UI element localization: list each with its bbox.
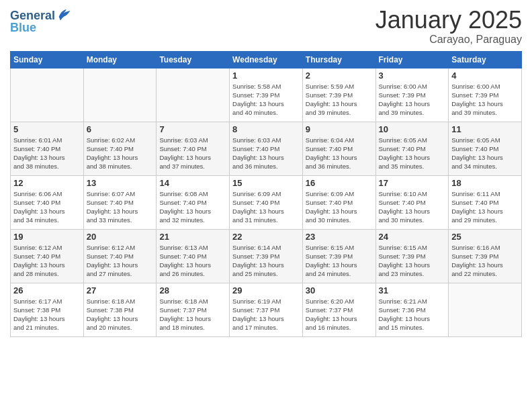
day-info: Sunrise: 6:12 AM Sunset: 7:40 PM Dayligh… [13,243,81,279]
day-info: Sunrise: 6:05 AM Sunset: 7:40 PM Dayligh… [379,136,446,171]
day-info: Sunrise: 6:00 AM Sunset: 7:39 PM Dayligh… [451,82,519,118]
day-number: 6 [87,124,154,134]
calendar-cell: 26Sunrise: 6:17 AM Sunset: 7:38 PM Dayli… [11,283,84,336]
calendar-cell: 18Sunrise: 6:11 AM Sunset: 7:40 PM Dayli… [449,175,522,229]
day-number: 3 [379,71,446,81]
day-info: Sunrise: 6:15 AM Sunset: 7:39 PM Dayligh… [306,243,373,279]
column-header-thursday: Thursday [302,51,375,68]
day-number: 26 [13,285,81,295]
calendar-cell: 24Sunrise: 6:15 AM Sunset: 7:39 PM Dayli… [375,229,449,283]
logo-bird-icon [56,7,71,21]
calendar-cell [83,68,157,122]
day-info: Sunrise: 6:09 AM Sunset: 7:40 PM Dayligh… [232,189,300,225]
week-row-1: 1Sunrise: 5:58 AM Sunset: 7:39 PM Daylig… [11,68,522,122]
calendar-cell [157,68,230,122]
calendar-page: General Blue January 2025 Carayao, Parag… [0,0,532,411]
calendar-cell: 3Sunrise: 6:00 AM Sunset: 7:39 PM Daylig… [375,68,449,122]
day-number: 21 [159,232,226,242]
logo-text-general: General [10,9,55,21]
day-number: 10 [379,124,446,134]
calendar-cell: 29Sunrise: 6:19 AM Sunset: 7:37 PM Dayli… [230,283,303,336]
column-header-wednesday: Wednesday [230,51,303,68]
day-info: Sunrise: 5:59 AM Sunset: 7:39 PM Dayligh… [306,82,373,118]
calendar-cell: 9Sunrise: 6:04 AM Sunset: 7:40 PM Daylig… [302,122,375,175]
day-number: 20 [87,232,154,242]
calendar-cell: 27Sunrise: 6:18 AM Sunset: 7:38 PM Dayli… [83,283,157,336]
day-info: Sunrise: 6:02 AM Sunset: 7:40 PM Dayligh… [87,136,154,171]
day-info: Sunrise: 6:11 AM Sunset: 7:40 PM Dayligh… [451,189,519,225]
location-subtitle: Carayao, Paraguay [375,34,522,46]
week-row-4: 19Sunrise: 6:12 AM Sunset: 7:40 PM Dayli… [11,229,522,283]
day-number: 22 [232,232,300,242]
day-info: Sunrise: 6:05 AM Sunset: 7:40 PM Dayligh… [451,136,519,171]
calendar-cell: 28Sunrise: 6:18 AM Sunset: 7:37 PM Dayli… [157,283,230,336]
day-info: Sunrise: 5:58 AM Sunset: 7:39 PM Dayligh… [232,82,300,118]
day-number: 4 [451,71,519,81]
calendar-cell: 17Sunrise: 6:10 AM Sunset: 7:40 PM Dayli… [375,175,449,229]
calendar-cell: 25Sunrise: 6:16 AM Sunset: 7:39 PM Dayli… [449,229,522,283]
day-info: Sunrise: 6:03 AM Sunset: 7:40 PM Dayligh… [232,136,300,171]
calendar-cell: 11Sunrise: 6:05 AM Sunset: 7:40 PM Dayli… [449,122,522,175]
calendar-cell: 20Sunrise: 6:12 AM Sunset: 7:40 PM Dayli… [83,229,157,283]
week-row-3: 12Sunrise: 6:06 AM Sunset: 7:40 PM Dayli… [11,175,522,229]
day-number: 24 [379,232,446,242]
day-number: 31 [379,285,446,295]
day-info: Sunrise: 6:20 AM Sunset: 7:37 PM Dayligh… [306,297,373,332]
day-number: 25 [451,232,519,242]
calendar-cell: 21Sunrise: 6:13 AM Sunset: 7:40 PM Dayli… [157,229,230,283]
day-number: 7 [159,124,226,134]
calendar-cell: 13Sunrise: 6:07 AM Sunset: 7:40 PM Dayli… [83,175,157,229]
day-number: 5 [13,124,81,134]
column-header-saturday: Saturday [449,51,522,68]
day-info: Sunrise: 6:08 AM Sunset: 7:40 PM Dayligh… [159,189,226,225]
calendar-cell: 7Sunrise: 6:03 AM Sunset: 7:40 PM Daylig… [157,122,230,175]
day-info: Sunrise: 6:00 AM Sunset: 7:39 PM Dayligh… [379,82,446,118]
calendar-cell: 2Sunrise: 5:59 AM Sunset: 7:39 PM Daylig… [302,68,375,122]
column-header-tuesday: Tuesday [157,51,230,68]
day-number: 18 [451,178,519,188]
day-number: 29 [232,285,300,295]
day-number: 19 [13,232,81,242]
week-row-5: 26Sunrise: 6:17 AM Sunset: 7:38 PM Dayli… [11,283,522,336]
day-info: Sunrise: 6:14 AM Sunset: 7:39 PM Dayligh… [232,243,300,279]
day-number: 1 [232,71,300,81]
calendar-cell: 19Sunrise: 6:12 AM Sunset: 7:40 PM Dayli… [11,229,84,283]
day-number: 2 [306,71,373,81]
day-number: 17 [379,178,446,188]
day-number: 16 [306,178,373,188]
day-info: Sunrise: 6:10 AM Sunset: 7:40 PM Dayligh… [379,189,446,225]
day-info: Sunrise: 6:09 AM Sunset: 7:40 PM Dayligh… [306,189,373,225]
day-number: 15 [232,178,300,188]
day-number: 27 [87,285,154,295]
day-info: Sunrise: 6:21 AM Sunset: 7:36 PM Dayligh… [379,297,446,332]
column-header-friday: Friday [375,51,449,68]
day-number: 8 [232,124,300,134]
calendar-cell: 12Sunrise: 6:06 AM Sunset: 7:40 PM Dayli… [11,175,84,229]
day-number: 13 [87,178,154,188]
calendar-cell: 14Sunrise: 6:08 AM Sunset: 7:40 PM Dayli… [157,175,230,229]
month-title: January 2025 [375,7,522,34]
day-info: Sunrise: 6:17 AM Sunset: 7:38 PM Dayligh… [13,297,81,332]
calendar-cell: 1Sunrise: 5:58 AM Sunset: 7:39 PM Daylig… [230,68,303,122]
calendar-table: SundayMondayTuesdayWednesdayThursdayFrid… [10,51,522,337]
day-number: 11 [451,124,519,134]
calendar-cell [449,283,522,336]
day-info: Sunrise: 6:13 AM Sunset: 7:40 PM Dayligh… [159,243,226,279]
day-info: Sunrise: 6:01 AM Sunset: 7:40 PM Dayligh… [13,136,81,171]
header-row: SundayMondayTuesdayWednesdayThursdayFrid… [11,51,522,68]
day-info: Sunrise: 6:18 AM Sunset: 7:38 PM Dayligh… [87,297,154,332]
day-info: Sunrise: 6:18 AM Sunset: 7:37 PM Dayligh… [159,297,226,332]
day-info: Sunrise: 6:12 AM Sunset: 7:40 PM Dayligh… [87,243,154,279]
week-row-2: 5Sunrise: 6:01 AM Sunset: 7:40 PM Daylig… [11,122,522,175]
day-info: Sunrise: 6:15 AM Sunset: 7:39 PM Dayligh… [379,243,446,279]
day-number: 23 [306,232,373,242]
calendar-cell: 6Sunrise: 6:02 AM Sunset: 7:40 PM Daylig… [83,122,157,175]
day-number: 28 [159,285,226,295]
day-number: 12 [13,178,81,188]
logo: General Blue [10,9,71,34]
calendar-cell: 8Sunrise: 6:03 AM Sunset: 7:40 PM Daylig… [230,122,303,175]
day-info: Sunrise: 6:06 AM Sunset: 7:40 PM Dayligh… [13,189,81,225]
day-info: Sunrise: 6:07 AM Sunset: 7:40 PM Dayligh… [87,189,154,225]
day-number: 30 [306,285,373,295]
day-number: 14 [159,178,226,188]
